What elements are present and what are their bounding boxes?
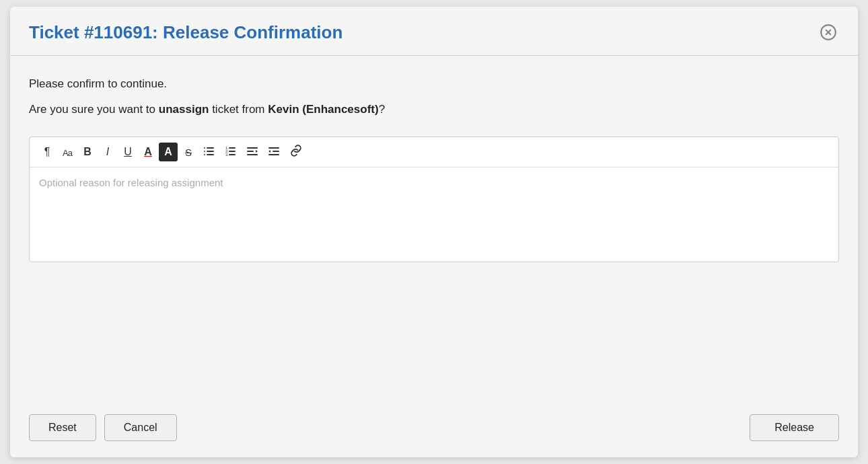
indent-button[interactable] [264,143,284,161]
bold-button[interactable]: B [78,143,97,161]
svg-rect-19 [268,147,279,149]
bold-icon: B [83,146,92,158]
footer-left-actions: Reset Cancel [29,414,177,441]
close-button[interactable] [818,22,839,43]
svg-rect-6 [207,151,214,152]
cancel-button[interactable]: Cancel [104,414,177,441]
strikethrough-icon: S [185,147,192,158]
italic-button[interactable]: I [98,143,117,161]
editor-textarea[interactable]: Optional reason for releasing assignment [30,167,838,262]
svg-marker-22 [268,150,270,153]
confirm-question-text: Are you sure you want to unassign ticket… [29,103,839,116]
editor-toolbar: B I U A A S [30,137,838,167]
paragraph-icon [44,146,50,158]
bullet-list-button[interactable] [199,143,219,161]
link-icon [289,145,303,160]
font-size-icon [63,147,72,158]
svg-rect-10 [229,147,236,149]
underline-button[interactable]: U [118,143,137,161]
link-button[interactable] [285,143,307,161]
svg-rect-7 [204,154,205,155]
release-button[interactable]: Release [750,414,839,441]
numbered-list-button[interactable]: 1. 2. 3. [221,143,241,161]
text-color-icon: A [144,146,152,158]
numbered-list-icon: 1. 2. 3. [225,145,237,159]
confirm-intro-text: Please confirm to continue. [29,77,839,91]
text-color-button[interactable]: A [139,143,157,161]
bg-color-icon: A [164,146,172,158]
modal-header: Ticket #110691: Release Confirmation [10,7,858,56]
svg-rect-20 [273,151,279,152]
italic-icon: I [106,146,109,158]
confirm-suffix: ? [379,103,385,116]
outdent-icon [246,145,258,159]
indent-icon [268,145,280,159]
svg-rect-5 [204,151,205,152]
svg-rect-15 [247,147,258,149]
bullet-list-icon [203,145,215,159]
svg-rect-16 [247,151,254,152]
editor-placeholder: Optional reason for releasing assignment [39,177,223,188]
strikethrough-button[interactable]: S [179,143,198,161]
confirm-middle: ticket from [209,103,268,116]
modal-footer: Reset Cancel Release [10,402,858,457]
modal-title: Ticket #110691: Release Confirmation [29,22,342,43]
svg-marker-18 [256,150,258,153]
svg-rect-4 [207,147,214,149]
rich-text-editor: B I U A A S [29,137,839,262]
underline-icon: U [124,146,132,158]
paragraph-button[interactable] [38,143,57,161]
svg-rect-12 [229,151,236,152]
svg-rect-14 [229,154,236,155]
modal-body: Please confirm to continue. Are you sure… [10,56,858,402]
svg-rect-8 [207,154,214,155]
svg-text:3.: 3. [225,153,229,157]
reset-button[interactable]: Reset [29,414,96,441]
bg-color-button[interactable]: A [159,143,178,161]
confirm-prefix: Are you sure you want to [29,103,159,116]
svg-rect-21 [268,154,279,155]
outdent-button[interactable] [242,143,262,161]
svg-rect-17 [247,154,258,155]
confirm-action: unassign [159,103,209,116]
confirm-name: Kevin (Enhancesoft) [268,103,378,116]
svg-rect-3 [204,147,205,149]
close-icon [820,24,837,41]
modal-container: Ticket #110691: Release Confirmation Ple… [10,7,858,457]
font-size-button[interactable] [58,143,77,161]
